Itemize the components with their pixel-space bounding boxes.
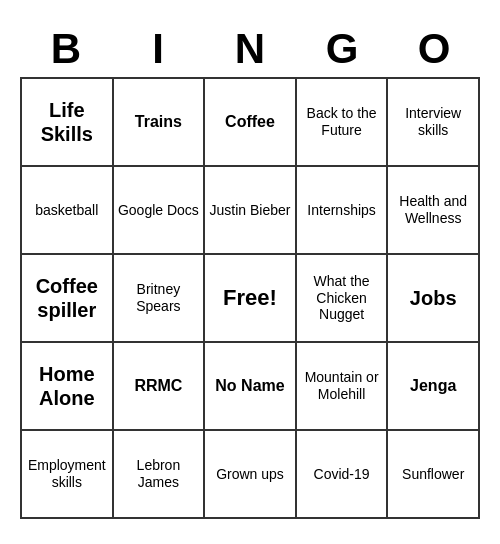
bingo-cell-18: Mountain or Molehill <box>297 343 389 431</box>
bingo-cell-22: Grown ups <box>205 431 297 519</box>
bingo-cell-0: Life Skills <box>22 79 114 167</box>
bingo-cell-14: Jobs <box>388 255 480 343</box>
bingo-cell-11: Britney Spears <box>114 255 206 343</box>
bingo-cell-1: Trains <box>114 79 206 167</box>
bingo-cell-17: No Name <box>205 343 297 431</box>
header-letter-o: O <box>390 25 478 73</box>
bingo-cell-13: What the Chicken Nugget <box>297 255 389 343</box>
bingo-cell-24: Sunflower <box>388 431 480 519</box>
bingo-cell-4: Interview skills <box>388 79 480 167</box>
header-letter-i: I <box>114 25 202 73</box>
bingo-cell-3: Back to the Future <box>297 79 389 167</box>
header-letter-b: B <box>22 25 110 73</box>
bingo-cell-9: Health and Wellness <box>388 167 480 255</box>
bingo-cell-5: basketball <box>22 167 114 255</box>
bingo-grid: Life SkillsTrainsCoffeeBack to the Futur… <box>20 77 480 519</box>
bingo-cell-12: Free! <box>205 255 297 343</box>
header-letter-g: G <box>298 25 386 73</box>
bingo-card: BINGO Life SkillsTrainsCoffeeBack to the… <box>10 15 490 529</box>
bingo-cell-21: Lebron James <box>114 431 206 519</box>
bingo-cell-7: Justin Bieber <box>205 167 297 255</box>
bingo-cell-8: Internships <box>297 167 389 255</box>
header-letter-n: N <box>206 25 294 73</box>
bingo-cell-19: Jenga <box>388 343 480 431</box>
bingo-cell-2: Coffee <box>205 79 297 167</box>
bingo-cell-10: Coffee spiller <box>22 255 114 343</box>
bingo-cell-15: Home Alone <box>22 343 114 431</box>
bingo-cell-16: RRMC <box>114 343 206 431</box>
bingo-cell-20: Employment skills <box>22 431 114 519</box>
bingo-header: BINGO <box>20 25 480 73</box>
bingo-cell-6: Google Docs <box>114 167 206 255</box>
bingo-cell-23: Covid-19 <box>297 431 389 519</box>
